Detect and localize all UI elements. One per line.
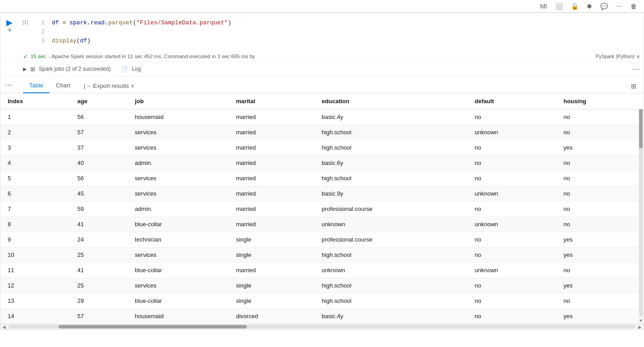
cell-age: 41 — [70, 262, 128, 278]
cell-job: services — [128, 278, 229, 293]
output-more-icon[interactable]: ⋯ — [5, 80, 12, 89]
exec-time: 15 sec — [31, 54, 46, 59]
cell-housing: no — [556, 216, 644, 232]
cell-job: housemaid — [128, 109, 229, 124]
lock-icon[interactable]: 🔒 — [569, 2, 580, 11]
cell-age: 56 — [70, 170, 128, 186]
horizontal-scrollbar[interactable]: ◀ ▶ — [0, 324, 644, 329]
table-row: 645servicesmarriedbasic.9yunknownno — [0, 186, 644, 201]
table-row: 556servicesmarriedhigh.schoolnono — [0, 170, 644, 186]
table-view-icon[interactable]: ⊞ — [629, 82, 638, 91]
cell-header: ▶ ∨ [1] 1 df = spark . read . parquet ( … — [0, 13, 644, 51]
cell-housing: no — [556, 155, 644, 170]
cell-Index: 4 — [0, 155, 70, 170]
cell-default: no — [468, 109, 557, 124]
cell-default: no — [468, 308, 557, 324]
log-link[interactable]: Log — [132, 66, 141, 72]
cell-housing: yes — [556, 308, 644, 324]
cell-default: no — [468, 155, 557, 170]
cell-marital: single — [229, 278, 314, 293]
chevron-down-icon[interactable]: ∨ — [636, 54, 640, 59]
cell-default: no — [468, 201, 557, 216]
export-results-button[interactable]: |→ Export results ∨ — [80, 81, 138, 91]
cell-marital: married — [229, 201, 314, 216]
tab-chart[interactable]: Chart — [50, 79, 77, 93]
cell-education: unknown — [314, 216, 467, 232]
v-scroll-thumb[interactable] — [639, 105, 643, 148]
table-row: 759admin.marriedprofessional.coursenono — [0, 201, 644, 216]
cell-age: 25 — [70, 278, 128, 293]
scroll-left-arrow[interactable]: ◀ — [0, 324, 8, 329]
asterisk-icon[interactable]: ✱ — [585, 2, 594, 11]
output-section: ⋯ Table Chart |→ Export results ∨ ⊞ Inde… — [0, 77, 644, 329]
cell-education: basic.9y — [314, 186, 467, 201]
table-header: Index age job marital education default … — [0, 93, 644, 110]
table-body: 156housemaidmarriedbasic.4ynono257servic… — [0, 109, 644, 324]
cell-default: no — [468, 140, 557, 155]
v-scroll-track[interactable] — [639, 101, 643, 316]
cell-housing: yes — [556, 278, 644, 293]
col-header-default: default — [468, 93, 557, 110]
cell-Index: 3 — [0, 140, 70, 155]
cell-default: unknown — [468, 262, 557, 278]
cell-education: high.school — [314, 247, 467, 262]
mi-icon[interactable]: MI — [538, 2, 549, 11]
cell-job: services — [128, 170, 229, 186]
spark-jobs-more-icon[interactable]: ⋯ — [633, 65, 640, 73]
cell-job: services — [128, 247, 229, 262]
spark-expand-icon[interactable]: ▶ — [23, 66, 27, 72]
cell-age: 24 — [70, 232, 128, 247]
chat-icon[interactable]: 💬 — [598, 2, 610, 11]
cell-education: professional.course — [314, 201, 467, 216]
cell-age: 40 — [70, 155, 128, 170]
collapse-button[interactable]: ∨ — [8, 27, 12, 33]
cell-job: blue-collar — [128, 262, 229, 278]
cell-job: blue-collar — [128, 293, 229, 308]
cell-job: services — [128, 140, 229, 155]
scroll-right-arrow[interactable]: ▶ — [636, 324, 644, 329]
data-table: Index age job marital education default … — [0, 93, 644, 324]
cell-default: no — [468, 278, 557, 293]
scroll-thumb[interactable] — [59, 325, 247, 329]
screen-icon[interactable]: ⬜ — [553, 2, 565, 11]
scroll-track[interactable] — [9, 325, 635, 329]
cell-education: high.school — [314, 293, 467, 308]
table-row: 337servicesmarriedhigh.schoolnoyes — [0, 140, 644, 155]
cell-marital: married — [229, 170, 314, 186]
cell-Index: 10 — [0, 247, 70, 262]
cell-education: unknown — [314, 262, 467, 278]
col-header-job: job — [128, 93, 229, 110]
cell-Index: 8 — [0, 216, 70, 232]
cell-Index: 11 — [0, 262, 70, 278]
delete-icon[interactable]: 🗑 — [629, 2, 639, 11]
vertical-scrollbar[interactable]: ▲ ▼ — [638, 93, 644, 324]
cell-default: unknown — [468, 124, 557, 140]
cell-marital: married — [229, 109, 314, 124]
cell-housing: no — [556, 170, 644, 186]
table-row: 924techniciansingleprofessional.courseno… — [0, 232, 644, 247]
scroll-down-arrow[interactable]: ▼ — [638, 317, 644, 324]
cell-housing: no — [556, 109, 644, 124]
cell-education: basic.4y — [314, 109, 467, 124]
cell-job: services — [128, 186, 229, 201]
cell-housing: no — [556, 201, 644, 216]
cell-age: 57 — [70, 308, 128, 324]
col-header-index: Index — [0, 93, 70, 110]
table-row: 440admin.marriedbasic.6ynono — [0, 155, 644, 170]
cell-education: basic.6y — [314, 155, 467, 170]
tab-table[interactable]: Table — [23, 79, 50, 93]
run-button[interactable]: ▶ — [6, 18, 13, 27]
execution-bar: ✓ 15 sec - Apache Spark session started … — [0, 51, 644, 62]
cell-marital: married — [229, 124, 314, 140]
more-icon[interactable]: ⋯ — [614, 2, 624, 11]
cell-Index: 13 — [0, 293, 70, 308]
cell-age: 59 — [70, 201, 128, 216]
cell-job: blue-collar — [128, 216, 229, 232]
cell-job: housemaid — [128, 308, 229, 324]
cell-number: [1] — [18, 17, 32, 25]
cell-default: unknown — [468, 186, 557, 201]
cell-marital: married — [229, 216, 314, 232]
table-row: 1329blue-collarsinglehigh.schoolnono — [0, 293, 644, 308]
exec-info: - Apache Spark session started in 11 sec… — [49, 54, 255, 59]
col-header-education: education — [314, 93, 467, 110]
